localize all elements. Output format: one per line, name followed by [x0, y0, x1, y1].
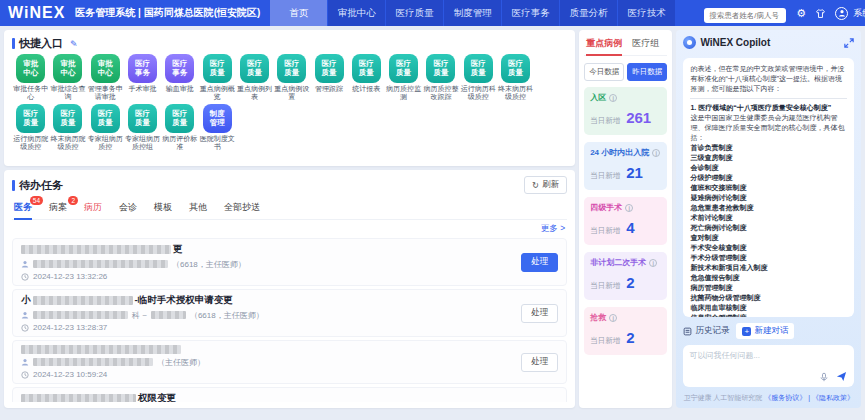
history-button[interactable]: 历史记录: [683, 325, 729, 337]
main-nav: 首页审批中心医疗质量制度管理医疗事务质量分析医疗技术: [270, 0, 676, 26]
task-main: 更（6618，主任医师）2024-12-23 13:32:26: [21, 243, 246, 281]
quick-entry-tile-19[interactable]: 医疗质量病历评价标准: [161, 104, 198, 151]
handle-button[interactable]: 处理: [521, 253, 558, 272]
tile-icon: 医疗质量: [16, 104, 45, 133]
nav-tab-4[interactable]: 制度管理: [444, 0, 501, 26]
copilot-input[interactable]: [689, 350, 848, 372]
stat-card-body: 当日新增2: [590, 329, 661, 346]
new-chat-button[interactable]: + 新建对话: [736, 323, 794, 339]
task-time: 2024-12-23 13:32:26: [21, 272, 246, 281]
quick-entry-tile-12[interactable]: 医疗质量病历质控整改跟踪: [422, 54, 459, 101]
task-row-4[interactable]: 权限变更（主任医师）2024-12-19 14:28:38处理: [12, 387, 567, 402]
task-row-2[interactable]: 小-临时手术授权申请变更科 ~（6618，主任医师）2024-12-23 13:…: [12, 289, 567, 337]
range-button-1[interactable]: 今日数据: [584, 63, 624, 81]
copilot-footer: 卫宁健康 人工智能研究院 《服务协议》 | 《隐私政策》: [683, 393, 854, 403]
quick-entry-tile-10[interactable]: 医疗质量统计报表: [348, 54, 385, 101]
stat-card-2: 24 小时内出入院i当日新增21: [584, 142, 667, 190]
info-icon[interactable]: i: [652, 149, 660, 157]
tile-icon: 医疗质量: [128, 104, 157, 133]
tile-icon: 制度管理: [203, 104, 232, 133]
tile-label: 管理事务申请审批: [87, 85, 124, 101]
handle-button[interactable]: 处理: [521, 402, 558, 403]
nav-tab-1[interactable]: 首页: [270, 0, 327, 26]
todo-tab-7[interactable]: 全部抄送: [224, 201, 260, 214]
user-avatar[interactable]: [835, 7, 848, 20]
stats-tabs: 重点病例医疗组: [584, 36, 667, 56]
info-icon[interactable]: i: [609, 314, 617, 322]
quick-entry-tile-1[interactable]: 审批中心审批任务中心: [12, 54, 49, 101]
task-row-3[interactable]: （主任医师）2024-12-23 10:59:24处理: [12, 340, 567, 384]
redacted-text: [21, 245, 171, 254]
todo-panel: 待办任务 ↻ 刷新 医务54病案2病历会诊模板其他全部抄送 更多 > 更（661…: [4, 170, 575, 408]
patient-search-input[interactable]: [704, 8, 786, 23]
copilot-list-item-3: 会诊制度: [690, 163, 847, 173]
todo-tab-4[interactable]: 会诊: [119, 201, 137, 214]
history-label: 历史记录: [695, 325, 729, 337]
quick-entry-tile-17[interactable]: 医疗质量专家组病历质控: [87, 104, 124, 151]
quick-entry-tile-6[interactable]: 医疗质量重点病例概览: [198, 54, 235, 101]
nav-tab-2[interactable]: 审批中心: [328, 0, 385, 26]
send-icon[interactable]: [836, 371, 847, 382]
stats-tab-2[interactable]: 医疗组: [632, 37, 659, 50]
refresh-label: 刷新: [542, 179, 559, 191]
todo-tab-5[interactable]: 模板: [154, 201, 172, 214]
more-link[interactable]: 更多 >: [541, 223, 565, 235]
copilot-footer-links[interactable]: 《服务协议》 | 《隐私政策》: [764, 394, 854, 401]
task-row-1[interactable]: 更（6618，主任医师）2024-12-23 13:32:26处理: [12, 238, 567, 286]
stats-tab-1[interactable]: 重点病例: [586, 37, 622, 50]
quick-entry-tile-18[interactable]: 医疗质量专家组病历质控组: [124, 104, 161, 151]
expand-icon[interactable]: [844, 38, 854, 48]
edit-pencil-icon[interactable]: ✎: [70, 39, 78, 49]
info-icon[interactable]: i: [609, 94, 617, 102]
handle-button[interactable]: 处理: [521, 304, 558, 323]
quick-entry-tile-20[interactable]: 制度管理医院制度文书: [198, 104, 235, 151]
todo-tab-6[interactable]: 其他: [189, 201, 207, 214]
settings-gear-icon[interactable]: ⚙: [796, 8, 806, 19]
voice-mic-icon[interactable]: [819, 372, 829, 382]
quick-entry-tile-16[interactable]: 医疗质量终末病历院级质控: [49, 104, 86, 151]
info-icon[interactable]: i: [625, 204, 633, 212]
task-main: （主任医师）2024-12-23 10:59:24: [21, 345, 205, 379]
quick-entry-tile-13[interactable]: 医疗质量运行病历科级质控: [460, 54, 497, 101]
handle-button[interactable]: 处理: [521, 353, 558, 372]
quick-entry-tile-11[interactable]: 医疗质量病历质控监测: [385, 54, 422, 101]
quick-entry-tile-14[interactable]: 医疗质量终末病历科级质控: [497, 54, 534, 101]
badge-count: 54: [30, 196, 43, 205]
range-button-2[interactable]: 昨日数据: [627, 63, 667, 81]
info-icon[interactable]: i: [649, 259, 657, 267]
quick-entry-tile-2[interactable]: 审批中心审批综合查询: [49, 54, 86, 101]
nav-tab-5[interactable]: 医疗事务: [502, 0, 559, 26]
redacted-text: [33, 260, 168, 268]
copilot-list-item-4: 分级护理制度: [690, 173, 847, 183]
nav-tab-3[interactable]: 医疗质量: [386, 0, 443, 26]
todo-tab-1[interactable]: 医务54: [14, 201, 32, 214]
copilot-section-intro: 这是中国国家卫生健康委员会为规范医疗机构管理、保障医疗质量安全而制定的核心制度，…: [690, 113, 847, 143]
title-accent-bar: [12, 38, 15, 49]
theme-shirt-icon[interactable]: [815, 8, 826, 19]
winex-logo: WiNEX: [8, 4, 65, 22]
quick-entry-tile-15[interactable]: 医疗质量运行病历院级质控: [12, 104, 49, 151]
quick-entry-tile-9[interactable]: 医疗质量管理跟踪: [310, 54, 347, 101]
stat-cards: 入区i当日新增26124 小时内出入院i当日新增21四级手术i当日新增4非计划二…: [584, 87, 667, 362]
tile-label: 专家组病历质控组: [124, 135, 161, 151]
todo-tab-2[interactable]: 病案2: [49, 201, 67, 214]
user-name[interactable]: 系统管理员: [853, 7, 865, 20]
nav-tab-6[interactable]: 质量分析: [560, 0, 617, 26]
tile-icon: 医疗质量: [501, 54, 530, 83]
tile-icon: 医疗质量: [426, 54, 455, 83]
redacted-text: [151, 311, 186, 319]
quick-entry-tile-4[interactable]: 医疗事务手术审批: [124, 54, 161, 101]
redacted-text: [21, 394, 136, 402]
nav-tab-7[interactable]: 医疗技术: [618, 0, 675, 26]
copilot-intro: 的表述，但在常见的中文政策或管理语境中，并没有标准化的“十八项核心制度”这一提法…: [690, 64, 847, 94]
person-icon: [21, 358, 29, 366]
stat-card-3: 四级手术i当日新增4: [584, 197, 667, 245]
refresh-button[interactable]: ↻ 刷新: [524, 176, 567, 194]
todo-tab-3[interactable]: 病历: [84, 201, 102, 214]
quick-entry-tile-3[interactable]: 审批中心管理事务申请审批: [87, 54, 124, 101]
app-title: 医务管理系统 | 国药同煤总医院(恒安院区): [75, 6, 260, 20]
quick-entry-tile-5[interactable]: 医疗事务输血审批: [161, 54, 198, 101]
quick-entry-tile-8[interactable]: 医疗质量重点病例设置: [273, 54, 310, 101]
task-title: 更: [21, 243, 246, 256]
quick-entry-tile-7[interactable]: 医疗质量重点病例列表: [236, 54, 273, 101]
